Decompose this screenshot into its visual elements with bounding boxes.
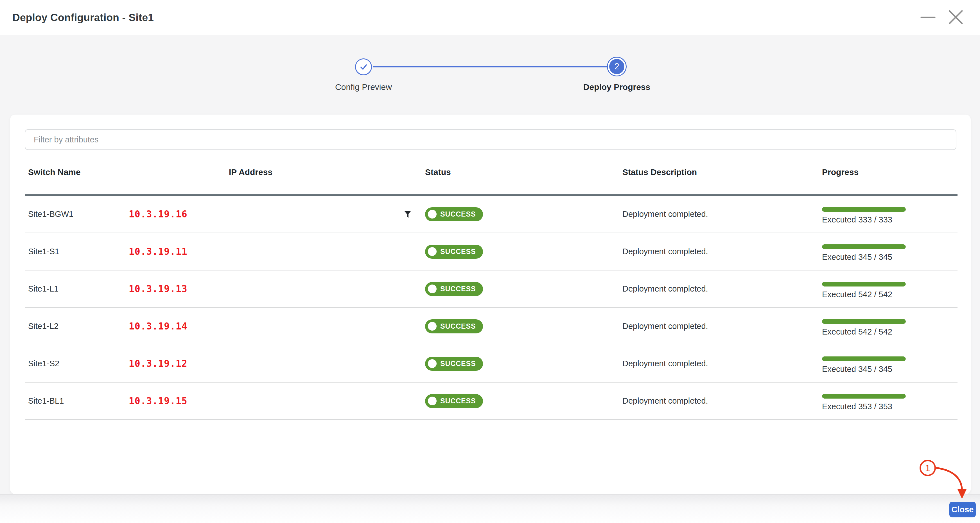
step-number-badge: 2 [609, 59, 624, 74]
filter-funnel-icon[interactable] [402, 209, 413, 219]
status-dot-icon [428, 322, 437, 331]
table-header-row: Switch Name IP Address Status Status Des… [25, 150, 958, 196]
step-number: 2 [614, 62, 619, 71]
status-description: Deployment completed. [622, 284, 708, 293]
switch-name: Site1-L2 [28, 322, 59, 331]
status-cell: SUCCESS [425, 308, 622, 345]
progress-bar-fill [822, 394, 906, 399]
status-description-cell: Deployment completed. [622, 196, 822, 233]
filter-input[interactable] [25, 129, 956, 150]
progress-bar-fill [822, 244, 906, 249]
stepper-connector [373, 66, 607, 67]
progress-bar [822, 244, 906, 249]
status-description: Deployment completed. [622, 359, 708, 368]
switch-name: Site1-S1 [28, 247, 59, 256]
status-dot-icon [428, 247, 437, 256]
close-button[interactable]: Close [949, 502, 976, 517]
progress-bar-fill [822, 207, 906, 212]
progress-bar [822, 357, 906, 361]
status-badge: SUCCESS [425, 207, 483, 221]
status-description-cell: Deployment completed. [622, 308, 822, 345]
status-cell: SUCCESS [425, 345, 622, 382]
status-text: SUCCESS [440, 210, 476, 218]
column-header-progress: Progress [822, 167, 958, 177]
progress-bar [822, 207, 906, 212]
progress-cell: Executed 542 / 542 [822, 308, 958, 345]
status-description-cell: Deployment completed. [622, 345, 822, 382]
status-badge: SUCCESS [425, 319, 483, 333]
table-row[interactable]: Site1-BL1 10.3.19.15 SUCCESS Deployment … [25, 383, 958, 420]
status-dot-icon [428, 210, 437, 219]
switch-name-cell: Site1-S2 [25, 345, 129, 382]
status-text: SUCCESS [440, 360, 476, 368]
dialog-footer [0, 494, 980, 523]
progress-label: Executed 542 / 542 [822, 327, 892, 336]
annotation-step-number: 1 [925, 463, 931, 474]
step-config-preview[interactable] [355, 59, 372, 75]
minimize-icon [918, 10, 937, 25]
dialog-titlebar: Deploy Configuration - Site1 [0, 0, 980, 35]
switch-name-cell: Site1-S1 [25, 233, 129, 270]
status-dot-icon [428, 285, 437, 293]
deploy-configuration-dialog: Deploy Configuration - Site1 2 Config Pr… [0, 0, 980, 523]
ip-address-cell: 10.3.19.15 [129, 383, 425, 419]
ip-address-cell: 10.3.19.16 [129, 196, 425, 233]
ip-address: 10.3.19.12 [129, 358, 188, 369]
status-description: Deployment completed. [622, 247, 708, 256]
table-row[interactable]: Site1-S2 10.3.19.12 SUCCESS Deployment c… [25, 345, 958, 383]
progress-cell: Executed 353 / 353 [822, 383, 958, 419]
status-badge: SUCCESS [425, 394, 483, 408]
close-window-button[interactable] [947, 8, 965, 26]
check-icon [357, 61, 370, 73]
progress-bar-fill [822, 319, 906, 324]
status-cell: SUCCESS [425, 233, 622, 270]
status-badge: SUCCESS [425, 357, 483, 371]
ip-address-cell: 10.3.19.11 [129, 233, 425, 270]
dialog-title: Deploy Configuration - Site1 [13, 0, 154, 35]
switch-deploy-table: Switch Name IP Address Status Status Des… [25, 150, 958, 420]
status-text: SUCCESS [440, 397, 476, 405]
deploy-progress-card: Switch Name IP Address Status Status Des… [10, 115, 971, 494]
column-header-status-description: Status Description [622, 167, 822, 177]
ip-address: 10.3.19.15 [129, 395, 188, 406]
table-row[interactable]: Site1-L2 10.3.19.14 SUCCESS Deployment c… [25, 308, 958, 345]
table-body: Site1-BGW1 10.3.19.16 SUCCESS Deployment… [25, 196, 958, 420]
step-deploy-progress[interactable]: 2 [607, 57, 627, 76]
switch-name: Site1-BL1 [28, 396, 64, 406]
status-description-cell: Deployment completed. [622, 383, 822, 419]
switch-name-cell: Site1-L2 [25, 308, 129, 345]
column-header-switch-name: Switch Name [25, 167, 129, 177]
switch-name: Site1-BGW1 [28, 209, 73, 219]
switch-name: Site1-S2 [28, 359, 59, 368]
ip-address-cell: 10.3.19.14 [129, 308, 425, 345]
minimize-button[interactable] [918, 10, 937, 25]
column-header-status: Status [425, 167, 622, 177]
progress-bar-fill [822, 282, 906, 287]
status-text: SUCCESS [440, 322, 476, 330]
ip-address-cell: 10.3.19.13 [129, 271, 425, 307]
status-description-cell: Deployment completed. [622, 233, 822, 270]
progress-label: Executed 345 / 345 [822, 365, 892, 374]
switch-name-cell: Site1-BL1 [25, 383, 129, 419]
status-dot-icon [428, 359, 437, 368]
ip-address: 10.3.19.13 [129, 284, 188, 294]
step-label-deploy-progress: Deploy Progress [560, 82, 673, 92]
ip-address: 10.3.19.14 [129, 321, 188, 332]
progress-cell: Executed 542 / 542 [822, 271, 958, 307]
ip-address: 10.3.19.11 [129, 246, 188, 257]
progress-bar-fill [822, 357, 906, 361]
status-text: SUCCESS [440, 285, 476, 293]
ip-address: 10.3.19.16 [129, 209, 188, 220]
status-dot-icon [428, 396, 437, 405]
close-icon [947, 8, 965, 26]
table-row[interactable]: Site1-S1 10.3.19.11 SUCCESS Deployment c… [25, 233, 958, 271]
table-row[interactable]: Site1-BGW1 10.3.19.16 SUCCESS Deployment… [25, 196, 958, 233]
status-badge: SUCCESS [425, 245, 483, 259]
status-description: Deployment completed. [622, 209, 708, 219]
table-row[interactable]: Site1-L1 10.3.19.13 SUCCESS Deployment c… [25, 271, 958, 308]
annotation-step-circle: 1 [920, 460, 936, 476]
status-text: SUCCESS [440, 247, 476, 255]
progress-cell: Executed 345 / 345 [822, 233, 958, 270]
progress-label: Executed 542 / 542 [822, 290, 892, 299]
progress-bar [822, 394, 906, 399]
